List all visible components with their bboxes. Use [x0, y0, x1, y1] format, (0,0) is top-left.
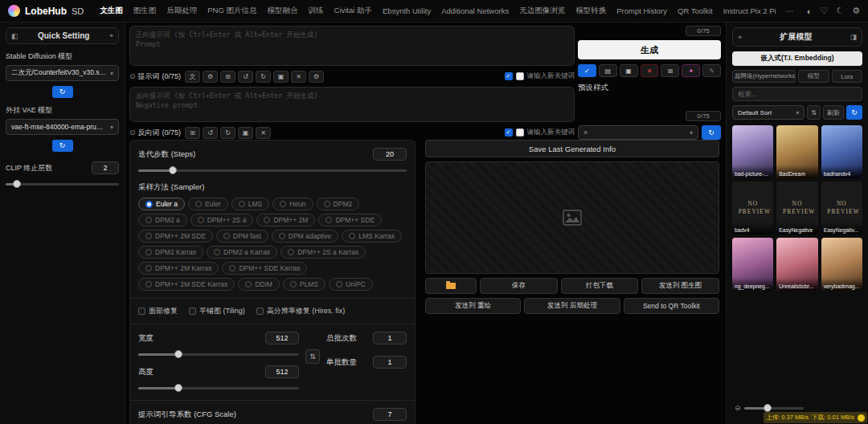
width-value[interactable]: 512: [265, 332, 299, 344]
more-tabs-icon[interactable]: ⋯: [781, 3, 799, 18]
nav-tab[interactable]: 模型转换: [571, 2, 611, 19]
slider-track[interactable]: [6, 183, 119, 186]
edit-icon[interactable]: ✎: [702, 64, 721, 77]
expand-icon[interactable]: ⊞: [185, 127, 200, 139]
keyword-placeholder[interactable]: 请输入新关键词: [527, 128, 575, 137]
batch-size-value[interactable]: 1: [373, 356, 407, 369]
sd-model-select[interactable]: 二次元/CounterfeitV30_v30.safe ▾: [6, 65, 119, 81]
sampler-option[interactable]: DPM++ 2S a Karras: [280, 246, 366, 259]
nav-tab[interactable]: Additional Networks: [436, 3, 514, 18]
translate-icon[interactable]: 文: [185, 71, 200, 83]
negative-toolbar-label[interactable]: ⊙ 反向词 (0/75): [129, 128, 181, 138]
nav-tab[interactable]: 文生图: [95, 2, 128, 19]
sampler-option[interactable]: DPM++ 2M SDE: [138, 230, 213, 243]
slider-knob[interactable]: [174, 384, 182, 392]
tab-embedding[interactable]: 嵌入式(T.I. Embedding): [732, 51, 862, 66]
sort-direction-button[interactable]: ⇅: [807, 105, 821, 120]
undo-icon[interactable]: ↺: [238, 71, 253, 83]
badv4[interactable]: NO PREVIEW badv4: [732, 181, 773, 234]
refresh-models-button[interactable]: 刷新: [823, 105, 844, 120]
result-gallery[interactable]: [425, 161, 719, 274]
nav-tab[interactable]: 训练: [304, 2, 329, 19]
apply-style-button[interactable]: ↻: [702, 125, 721, 140]
hires-fix-checkbox[interactable]: 高分辨率修复 (Hires. fix): [256, 306, 346, 316]
sampler-option[interactable]: Heun: [272, 198, 313, 210]
nav-tab[interactable]: Civitai 助手: [330, 2, 378, 19]
sampler-option[interactable]: DPM++ 2M SDE Karras: [138, 278, 235, 291]
height-value[interactable]: 512: [265, 365, 299, 378]
keyword-placeholder[interactable]: 请输入新关键词: [527, 71, 575, 81]
sampler-option[interactable]: DPM2 a: [138, 214, 187, 226]
prompt-input[interactable]: [129, 26, 575, 66]
delete-icon[interactable]: ✕: [291, 71, 306, 83]
tab-checkpoints[interactable]: 模型: [798, 70, 829, 83]
copy-icon[interactable]: ▣: [620, 64, 638, 77]
tab-lora[interactable]: Lora: [832, 70, 862, 83]
preset-style-select[interactable]: × ▾: [578, 125, 698, 140]
nav-tab[interactable]: Prompt History: [612, 3, 672, 18]
sampler-option[interactable]: Euler: [188, 198, 228, 210]
sampler-option[interactable]: UniPC: [329, 278, 373, 291]
sd-model-refresh-button[interactable]: ↻: [52, 86, 73, 98]
slider-knob[interactable]: [764, 404, 772, 412]
model-search-input[interactable]: [732, 87, 862, 101]
batch-count-value[interactable]: 1: [373, 332, 407, 344]
sampler-option[interactable]: DPM++ 2M Karras: [138, 262, 219, 275]
prompt-toolbar-label[interactable]: ⊙ 提示词 (0/75): [129, 71, 181, 82]
open-folder-button[interactable]: [425, 278, 477, 294]
keyword-checkbox[interactable]: [516, 128, 524, 137]
verybadimag...[interactable]: NO PREVIEW verybadimag...: [821, 238, 862, 291]
nav-tab[interactable]: Ebsynth Utility: [378, 3, 436, 18]
sampler-option[interactable]: PLMS: [283, 278, 326, 291]
settings-icon[interactable]: ⚙: [203, 71, 218, 83]
redo-icon[interactable]: ↻: [220, 127, 235, 139]
nav-tab[interactable]: 图生图: [129, 2, 162, 19]
delete-icon[interactable]: ✕: [256, 127, 271, 139]
sampler-option[interactable]: DPM2 a Karras: [207, 246, 277, 259]
BadDream[interactable]: NO PREVIEW BadDream: [776, 125, 817, 178]
bad-picture-...[interactable]: NO PREVIEW bad-picture-...: [732, 125, 773, 178]
trash-icon[interactable]: ✕: [641, 64, 659, 77]
clip-skip-value[interactable]: 2: [92, 161, 119, 174]
nav-tab[interactable]: QR Toolkit: [673, 3, 718, 18]
slider-knob[interactable]: [169, 166, 177, 174]
nav-tab[interactable]: 无边图像浏览: [514, 2, 570, 19]
tiling-checkbox[interactable]: 平铺图 (Tiling): [189, 306, 245, 316]
expand-icon[interactable]: ⊞: [220, 71, 235, 83]
sampler-option[interactable]: DPM++ 2M: [256, 214, 315, 226]
tab-hypernetworks[interactable]: 超网络(Hypernetworks): [732, 70, 796, 83]
cfg-value[interactable]: 7: [373, 408, 407, 421]
steps-value[interactable]: 20: [373, 148, 407, 161]
nav-tab[interactable]: 后期处理: [162, 2, 202, 19]
generate-button[interactable]: 生成: [578, 40, 721, 59]
settings-icon[interactable]: ⚙: [852, 6, 860, 16]
panel-icon[interactable]: ◨: [850, 33, 857, 41]
slider-track[interactable]: [138, 169, 407, 172]
EasyNegative[interactable]: NO PREVIEW EasyNegative: [776, 181, 817, 234]
Unrealisticbr...[interactable]: NO PREVIEW Unrealisticbr...: [776, 238, 817, 291]
redo-icon[interactable]: ↻: [256, 71, 271, 83]
copy-icon[interactable]: ▣: [238, 127, 253, 139]
keyword-toggle-checkbox[interactable]: ✓: [505, 72, 513, 80]
sampler-option[interactable]: DPM adaptive: [272, 230, 338, 243]
sampler-option[interactable]: DPM++ 2S a: [190, 214, 254, 226]
steps-slider[interactable]: [138, 165, 407, 175]
gear-icon[interactable]: ⚙: [309, 71, 324, 83]
nav-tab[interactable]: 模型融合: [263, 2, 303, 19]
sort-select[interactable]: Default Sort ▾: [732, 105, 805, 120]
output-action-button[interactable]: 发送到 后期处理: [524, 298, 620, 314]
sampler-option[interactable]: DPM fast: [216, 230, 268, 243]
output-action-button[interactable]: Send to QR Toolkit: [624, 298, 719, 314]
sampler-option[interactable]: DPM++ SDE: [318, 214, 382, 226]
slider-knob[interactable]: [174, 350, 182, 358]
keyword-toggle-checkbox[interactable]: ✓: [505, 128, 513, 137]
clear-icon[interactable]: ×: [583, 128, 588, 137]
dark-mode-icon[interactable]: ☾: [836, 6, 844, 16]
grid-icon[interactable]: ⊞: [661, 64, 679, 77]
copy-icon[interactable]: ▣: [273, 71, 289, 83]
pin-icon[interactable]: ⌖: [738, 33, 742, 42]
negative-prompt-input[interactable]: [129, 87, 575, 122]
output-action-button[interactable]: 发送到 重绘: [425, 298, 521, 314]
sampler-option[interactable]: Euler a: [138, 198, 185, 210]
vae-refresh-button[interactable]: ↻: [52, 140, 73, 152]
